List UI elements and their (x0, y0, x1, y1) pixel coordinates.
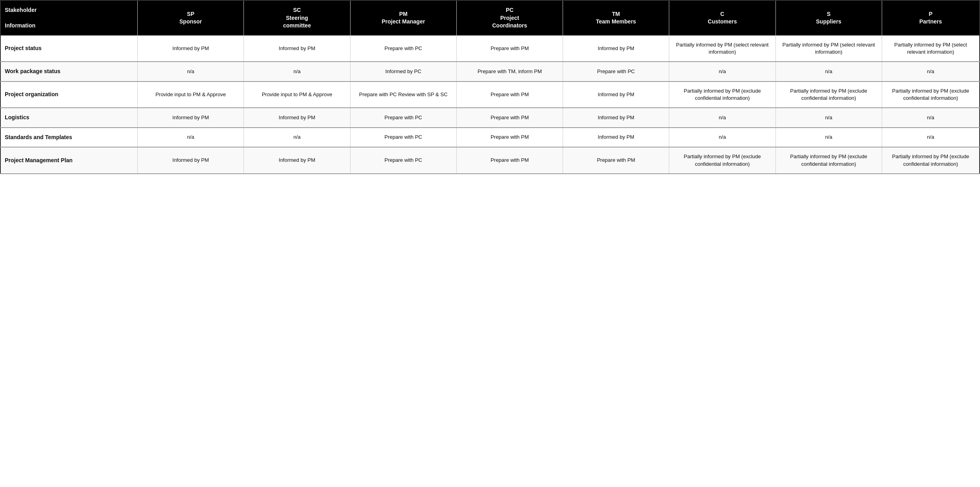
header-p: P Partners (882, 0, 980, 35)
cell-0-pc: Prepare with PM (456, 35, 563, 62)
cell-0-s: Partially informed by PM (select relevan… (775, 35, 882, 62)
cell-3-p: n/a (882, 108, 980, 128)
table-row: Project Management PlanInformed by PMInf… (0, 147, 980, 173)
cell-2-s: Partially informed by PM (exclude confid… (775, 81, 882, 108)
cell-2-sp: Provide input to PM & Approve (138, 81, 244, 108)
cell-3-sc: Informed by PM (244, 108, 350, 128)
cell-5-pc: Prepare with PM (456, 147, 563, 173)
table-row: Work package statusn/an/aInformed by PCP… (0, 62, 980, 81)
header-pm: PM Project Manager (350, 0, 456, 35)
cell-2-tm: Informed by PM (563, 81, 669, 108)
cell-3-c: n/a (669, 108, 775, 128)
cell-3-pm: Prepare with PC (350, 108, 456, 128)
cell-0-sc: Informed by PM (244, 35, 350, 62)
cell-2-p: Partially informed by PM (exclude confid… (882, 81, 980, 108)
stakeholder-table: Stakeholder Information SP Sponsor SC St… (0, 0, 980, 174)
cell-2-pm: Prepare with PC Review with SP & SC (350, 81, 456, 108)
cell-1-pm: Informed by PC (350, 62, 456, 81)
cell-3-pc: Prepare with PM (456, 108, 563, 128)
row-label-2: Project organization (0, 81, 138, 108)
table-row: Project statusInformed by PMInformed by … (0, 35, 980, 62)
header-tm: TM Team Members (563, 0, 669, 35)
header-s: S Suppliers (775, 0, 882, 35)
cell-0-sp: Informed by PM (138, 35, 244, 62)
cell-0-p: Partially informed by PM (select relevan… (882, 35, 980, 62)
cell-1-pc: Prepare with TM, inform PM (456, 62, 563, 81)
header-stakeholder: Stakeholder Information (0, 0, 138, 35)
cell-4-sc: n/a (244, 128, 350, 147)
cell-3-s: n/a (775, 108, 882, 128)
cell-2-pc: Prepare with PM (456, 81, 563, 108)
row-label-1: Work package status (0, 62, 138, 81)
cell-2-c: Partially informed by PM (exclude confid… (669, 81, 775, 108)
row-label-0: Project status (0, 35, 138, 62)
cell-4-pc: Prepare with PM (456, 128, 563, 147)
cell-0-pm: Prepare with PC (350, 35, 456, 62)
cell-5-tm: Prepare with PM (563, 147, 669, 173)
table-row: Project organizationProvide input to PM … (0, 81, 980, 108)
cell-1-p: n/a (882, 62, 980, 81)
cell-5-sc: Informed by PM (244, 147, 350, 173)
cell-4-s: n/a (775, 128, 882, 147)
cell-5-sp: Informed by PM (138, 147, 244, 173)
cell-5-c: Partially informed by PM (exclude confid… (669, 147, 775, 173)
cell-4-p: n/a (882, 128, 980, 147)
cell-5-s: Partially informed by PM (exclude confid… (775, 147, 882, 173)
cell-1-s: n/a (775, 62, 882, 81)
row-label-4: Standards and Templates (0, 128, 138, 147)
cell-5-pm: Prepare with PC (350, 147, 456, 173)
cell-0-tm: Informed by PM (563, 35, 669, 62)
header-sc: SC Steering committee (244, 0, 350, 35)
cell-0-c: Partially informed by PM (select relevan… (669, 35, 775, 62)
cell-3-sp: Informed by PM (138, 108, 244, 128)
cell-4-pm: Prepare with PC (350, 128, 456, 147)
header-c: C Customers (669, 0, 775, 35)
cell-4-sp: n/a (138, 128, 244, 147)
cell-5-p: Partially informed by PM (exclude confid… (882, 147, 980, 173)
cell-1-tm: Prepare with PC (563, 62, 669, 81)
cell-1-sp: n/a (138, 62, 244, 81)
cell-4-tm: Informed by PM (563, 128, 669, 147)
cell-1-sc: n/a (244, 62, 350, 81)
row-label-5: Project Management Plan (0, 147, 138, 173)
header-sp: SP Sponsor (138, 0, 244, 35)
cell-3-tm: Informed by PM (563, 108, 669, 128)
row-label-3: Logistics (0, 108, 138, 128)
header-pc: PC Project Coordinators (456, 0, 563, 35)
cell-4-c: n/a (669, 128, 775, 147)
cell-2-sc: Provide input to PM & Approve (244, 81, 350, 108)
table-row: LogisticsInformed by PMInformed by PMPre… (0, 108, 980, 128)
cell-1-c: n/a (669, 62, 775, 81)
table-row: Standards and Templatesn/an/aPrepare wit… (0, 128, 980, 147)
